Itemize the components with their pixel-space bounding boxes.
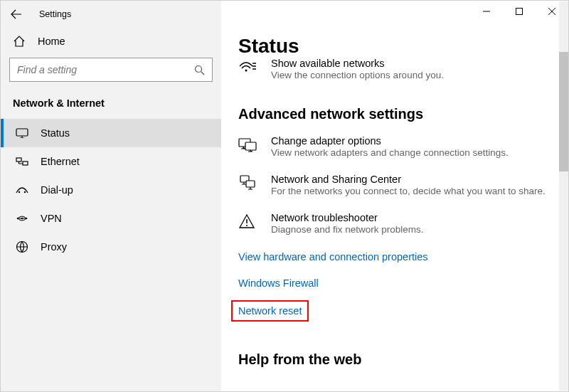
- row-title: Change adapter options: [271, 135, 509, 147]
- status-icon: [16, 127, 28, 139]
- dialup-icon: [16, 184, 28, 196]
- view-hardware-link[interactable]: View hardware and connection properties: [238, 251, 428, 263]
- back-button[interactable]: [1, 1, 32, 28]
- svg-rect-13: [245, 142, 256, 150]
- sidebar-item-dialup[interactable]: Dial-up: [1, 176, 221, 204]
- sidebar-item-status[interactable]: Status: [1, 119, 221, 147]
- warning-icon: [238, 213, 258, 229]
- section-help-heading: Help from the web: [238, 351, 548, 368]
- row-desc: View the connection options around you.: [271, 70, 444, 80]
- home-icon: [13, 35, 26, 48]
- svg-point-1: [196, 65, 202, 72]
- search-input[interactable]: [17, 64, 174, 75]
- proxy-icon: [16, 240, 28, 253]
- wifi-list-icon: [238, 59, 258, 75]
- sidebar-item-label: Status: [41, 127, 70, 139]
- network-reset-link[interactable]: Network reset: [238, 305, 302, 317]
- svg-rect-2: [16, 129, 28, 136]
- sidebar: Home Network & Internet Status Ethernet: [1, 1, 221, 391]
- titlebar: Settings: [1, 1, 568, 28]
- home-nav[interactable]: Home: [1, 28, 221, 55]
- svg-point-16: [246, 225, 248, 226]
- sidebar-item-proxy[interactable]: Proxy: [1, 233, 221, 261]
- row-title: Network and Sharing Center: [271, 174, 546, 185]
- search-box[interactable]: [9, 58, 213, 82]
- sidebar-item-label: Proxy: [41, 241, 67, 253]
- sidebar-item-label: Dial-up: [41, 184, 73, 196]
- network-reset-highlight: Network reset: [231, 300, 309, 322]
- sidebar-item-ethernet[interactable]: Ethernet: [1, 147, 221, 176]
- home-label: Home: [38, 36, 65, 47]
- window-title: Settings: [39, 9, 71, 19]
- sidebar-item-vpn[interactable]: VPN: [1, 204, 221, 233]
- sidebar-item-label: Ethernet: [41, 156, 80, 167]
- svg-rect-3: [16, 158, 21, 161]
- svg-rect-15: [246, 181, 255, 187]
- row-title: Network troubleshooter: [271, 212, 424, 223]
- arrow-left-icon: [11, 9, 22, 20]
- sharing-icon: [238, 175, 258, 192]
- vpn-icon: [16, 212, 28, 225]
- svg-point-11: [245, 70, 248, 72]
- troubleshooter-row[interactable]: Network troubleshooter Diagnose and fix …: [238, 212, 548, 235]
- row-title: Show available networks: [271, 58, 444, 69]
- show-networks-row[interactable]: Show available networks View the connect…: [238, 58, 548, 80]
- adapter-icon: [238, 137, 258, 152]
- svg-point-5: [18, 191, 20, 193]
- ethernet-icon: [16, 155, 28, 168]
- section-advanced-heading: Advanced network settings: [238, 106, 548, 122]
- change-adapter-row[interactable]: Change adapter options View network adap…: [238, 135, 548, 158]
- search-icon: [194, 65, 205, 75]
- svg-point-6: [24, 191, 26, 193]
- category-heading: Network & Internet: [1, 85, 221, 119]
- scrollbar-thumb[interactable]: [559, 52, 568, 171]
- sidebar-item-label: VPN: [41, 213, 62, 224]
- sharing-center-row[interactable]: Network and Sharing Center For the netwo…: [238, 174, 548, 196]
- page-title: Status: [238, 35, 548, 58]
- windows-firewall-link[interactable]: Windows Firewall: [238, 277, 319, 289]
- row-desc: Diagnose and fix network problems.: [271, 224, 424, 235]
- row-desc: View network adapters and change connect…: [271, 147, 509, 158]
- svg-rect-4: [23, 161, 28, 165]
- content-pane: Status Show available networks View the …: [221, 1, 568, 391]
- row-desc: For the networks you connect to, decide …: [271, 186, 546, 196]
